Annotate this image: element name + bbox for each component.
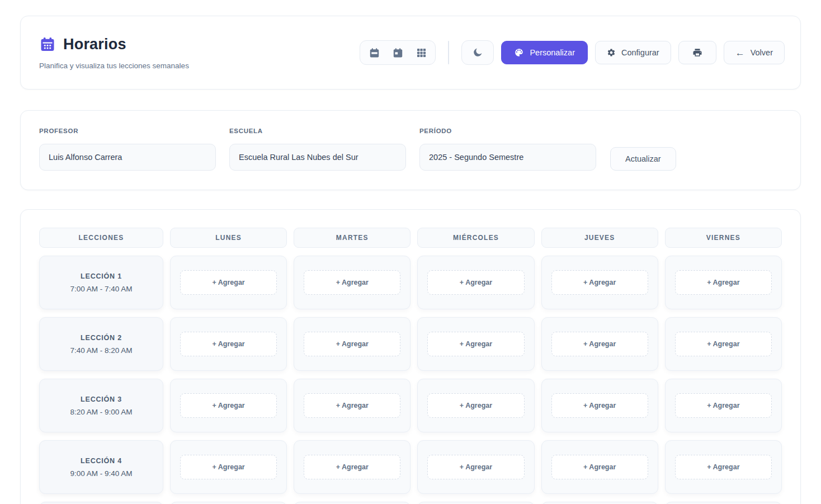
lesson-cell: LECCIÓN 49:00 AM - 9:40 AM xyxy=(39,440,163,494)
lesson-time: 7:40 AM - 8:20 AM xyxy=(70,346,132,355)
schedule-card: LECCIONESLUNESMARTESMIÉRCOLESJUEVESVIERN… xyxy=(20,209,801,504)
schedule-slot: + Agregar xyxy=(417,379,534,432)
schedule-grid: LECCIONESLUNESMARTESMIÉRCOLESJUEVESVIERN… xyxy=(39,228,782,504)
schedule-slot: + Agregar xyxy=(541,379,658,432)
add-lesson-button[interactable]: + Agregar xyxy=(304,393,400,418)
lesson-label: LECCIÓN 4 xyxy=(81,457,122,465)
add-lesson-button[interactable]: + Agregar xyxy=(180,270,277,295)
column-header-miercoles: MIÉRCOLES xyxy=(417,228,534,248)
lesson-label: LECCIÓN 3 xyxy=(81,395,122,403)
moon-icon xyxy=(472,47,483,58)
add-lesson-button[interactable]: + Agregar xyxy=(427,393,524,418)
schedule-slot: + Agregar xyxy=(541,256,658,309)
actualizar-button[interactable]: Actualizar xyxy=(610,147,676,171)
periodo-select[interactable]: 2025 - Segundo Semestre xyxy=(419,144,596,171)
escuela-field-group: ESCUELA Escuela Rural Las Nubes del Sur xyxy=(229,128,406,171)
add-lesson-button[interactable]: + Agregar xyxy=(551,455,648,479)
profesor-field-group: PROFESOR Luis Alfonso Carrera xyxy=(39,128,216,171)
periodo-field-group: PERÍODO 2025 - Segundo Semestre xyxy=(419,128,596,171)
profesor-input[interactable]: Luis Alfonso Carrera xyxy=(39,144,216,171)
page-title: Horarios xyxy=(63,36,126,53)
schedule-slot: + Agregar xyxy=(417,317,534,371)
schedule-slot xyxy=(665,502,782,504)
personalizar-label: Personalizar xyxy=(530,48,575,57)
lesson-time: 7:00 AM - 7:40 AM xyxy=(70,285,132,293)
schedule-slot xyxy=(417,502,534,504)
schedule-slot: + Agregar xyxy=(294,379,410,432)
column-header-viernes: VIERNES xyxy=(665,228,782,248)
add-lesson-button[interactable]: + Agregar xyxy=(180,393,277,418)
schedule-slot: + Agregar xyxy=(417,440,534,494)
add-lesson-button[interactable]: + Agregar xyxy=(180,455,277,479)
page-subtitle: Planifica y visualiza tus lecciones sema… xyxy=(39,62,189,70)
calendar-icon xyxy=(39,36,56,53)
schedule-slot: + Agregar xyxy=(294,317,410,371)
lesson-cell: LECCIÓN 17:00 AM - 7:40 AM xyxy=(39,256,163,309)
add-lesson-button[interactable]: + Agregar xyxy=(427,332,524,356)
schedule-slot xyxy=(170,502,287,504)
add-lesson-button[interactable]: + Agregar xyxy=(675,270,772,295)
add-lesson-button[interactable]: + Agregar xyxy=(304,332,400,356)
grid-view-icon[interactable] xyxy=(409,43,433,62)
schedule-slot: + Agregar xyxy=(665,440,782,494)
schedule-slot: + Agregar xyxy=(665,317,782,371)
schedule-slot: + Agregar xyxy=(170,379,287,432)
schedule-slot: + Agregar xyxy=(665,379,782,432)
schedule-slot: + Agregar xyxy=(541,440,658,494)
lesson-time: 8:20 AM - 9:00 AM xyxy=(70,408,132,416)
lesson-time: 9:00 AM - 9:40 AM xyxy=(70,469,132,478)
printer-icon xyxy=(692,48,702,58)
header-card: Horarios Planifica y visualiza tus lecci… xyxy=(20,16,801,90)
arrow-left-icon: ← xyxy=(735,48,745,58)
add-lesson-button[interactable]: + Agregar xyxy=(551,332,648,356)
divider xyxy=(448,41,449,64)
configurar-button[interactable]: Configurar xyxy=(595,41,671,64)
schedule-slot: + Agregar xyxy=(294,256,410,309)
gear-icon xyxy=(607,48,616,57)
add-lesson-button[interactable]: + Agregar xyxy=(675,455,772,479)
calendar-banner-view-icon[interactable] xyxy=(362,43,386,62)
add-lesson-button[interactable]: + Agregar xyxy=(675,332,772,356)
add-lesson-button[interactable]: + Agregar xyxy=(551,270,648,295)
schedule-slot xyxy=(541,502,658,504)
header-actions: Personalizar Configurar ← xyxy=(360,40,785,65)
title-block: Horarios Planifica y visualiza tus lecci… xyxy=(39,36,189,70)
schedule-slot: + Agregar xyxy=(665,256,782,309)
add-lesson-button[interactable]: + Agregar xyxy=(304,270,400,295)
schedule-slot: + Agregar xyxy=(170,440,287,494)
lesson-label: LECCIÓN 2 xyxy=(81,334,122,342)
schedule-slot: + Agregar xyxy=(294,440,410,494)
add-lesson-button[interactable]: + Agregar xyxy=(427,455,524,479)
view-toggle-group xyxy=(360,40,436,65)
column-header-martes: MARTES xyxy=(294,228,410,248)
schedule-slot xyxy=(294,502,410,504)
add-lesson-button[interactable]: + Agregar xyxy=(551,393,648,418)
schedule-slot: + Agregar xyxy=(170,256,287,309)
schedule-slot: + Agregar xyxy=(417,256,534,309)
lesson-cell: LECCIÓN 27:40 AM - 8:20 AM xyxy=(39,317,163,371)
filter-card: PROFESOR Luis Alfonso Carrera ESCUELA Es… xyxy=(20,110,801,190)
profesor-label: PROFESOR xyxy=(39,128,216,134)
column-header-jueves: JUEVES xyxy=(541,228,658,248)
lesson-cell: LECCIÓN 38:20 AM - 9:00 AM xyxy=(39,379,163,432)
add-lesson-button[interactable]: + Agregar xyxy=(675,393,772,418)
dark-mode-toggle[interactable] xyxy=(461,40,494,65)
volver-button[interactable]: ← Volver xyxy=(724,41,785,64)
lesson-cell xyxy=(39,502,163,504)
schedule-slot: + Agregar xyxy=(170,317,287,371)
periodo-label: PERÍODO xyxy=(419,128,596,134)
add-lesson-button[interactable]: + Agregar xyxy=(180,332,277,356)
column-header-lecciones: LECCIONES xyxy=(39,228,163,248)
personalizar-button[interactable]: Personalizar xyxy=(501,41,588,64)
escuela-input[interactable]: Escuela Rural Las Nubes del Sur xyxy=(229,144,406,171)
print-button[interactable] xyxy=(678,41,716,64)
page: Horarios Planifica y visualiza tus lecci… xyxy=(0,0,821,504)
escuela-label: ESCUELA xyxy=(229,128,406,134)
configurar-label: Configurar xyxy=(621,48,659,57)
schedule-slot: + Agregar xyxy=(541,317,658,371)
add-lesson-button[interactable]: + Agregar xyxy=(427,270,524,295)
column-header-lunes: LUNES xyxy=(170,228,287,248)
volver-label: Volver xyxy=(751,48,773,57)
calendar-day-view-icon[interactable] xyxy=(386,43,409,62)
add-lesson-button[interactable]: + Agregar xyxy=(304,455,400,479)
